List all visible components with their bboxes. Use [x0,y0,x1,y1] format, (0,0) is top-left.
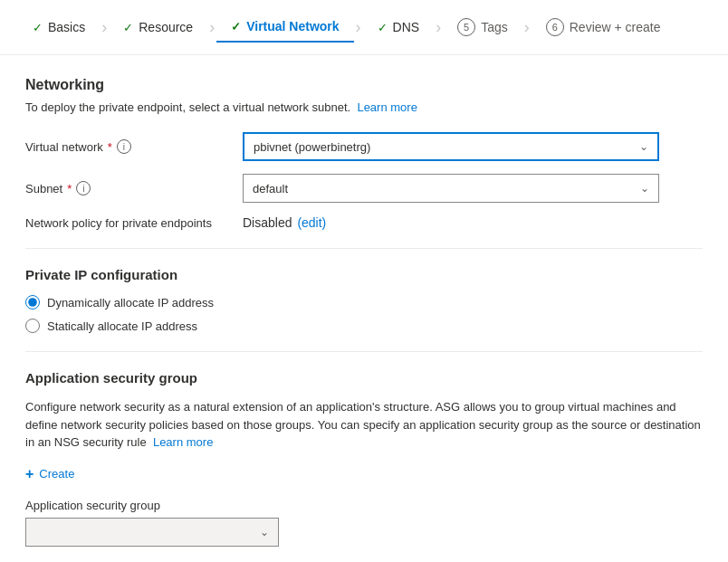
nav-divider-3: › [356,18,361,37]
nav-label-virtual-network: Virtual Network [246,19,339,33]
nav-divider-1: › [101,18,107,37]
section-title: Networking [25,77,703,93]
asg-field-label: Application security group [25,499,703,512]
nav-step-dns[interactable]: ✓ DNS [363,13,435,42]
subnet-label: Subnet * i [25,181,243,195]
virtual-network-arrow: ⌄ [639,140,648,153]
section-desc-text: To deploy the private endpoint, select a… [25,100,350,114]
nav-label-tags: Tags [481,20,508,34]
radio-static[interactable] [25,319,40,333]
plus-icon: + [25,466,34,482]
asg-title: Application security group [25,370,703,386]
network-policy-edit-link[interactable]: (edit) [297,215,326,230]
virtual-network-row: Virtual network * i pbivnet (powerbinetr… [25,132,703,161]
separator-1 [25,248,703,249]
network-policy-value: Disabled [243,215,292,230]
radio-row-dynamic: Dynamically allocate IP address [25,295,703,310]
subnet-arrow: ⌄ [640,182,649,195]
nav-label-review-create: Review + create [570,20,661,34]
nav-divider-4: › [436,18,441,37]
learn-more-link-asg[interactable]: Learn more [153,435,213,449]
subnet-value: default [253,182,288,195]
asg-dropdown[interactable]: ⌄ [25,518,279,547]
radio-row-static: Statically allocate IP address [25,319,703,333]
private-ip-title: Private IP configuration [25,267,703,282]
step-num-tags: 5 [457,18,475,36]
asg-section: Application security group Configure net… [25,370,703,547]
asg-desc-text: Configure network security as a natural … [25,400,701,449]
nav-step-basics[interactable]: ✓ Basics [18,13,100,42]
nav-step-review-create[interactable]: 6 Review + create [532,11,675,43]
learn-more-link-top[interactable]: Learn more [357,100,417,114]
wizard-nav: ✓ Basics › ✓ Resource › ✓ Virtual Networ… [0,0,728,55]
separator-2 [25,351,703,352]
nav-label-dns: DNS [393,20,420,34]
asg-dropdown-arrow: ⌄ [260,526,269,538]
create-asg-button[interactable]: + Create [25,466,74,482]
subnet-row: Subnet * i default ⌄ [25,174,703,203]
virtual-network-label: Virtual network * i [25,139,243,154]
nav-step-virtual-network[interactable]: ✓ Virtual Network [216,12,353,43]
nav-divider-5: › [524,18,530,37]
nav-divider-2: › [209,18,215,37]
network-policy-label: Network policy for private endpoints [25,216,243,230]
network-policy-value-container: Disabled (edit) [243,215,326,230]
nav-label-basics: Basics [48,20,85,34]
radio-dynamic[interactable] [25,295,40,310]
virtual-network-dropdown[interactable]: pbivnet (powerbinetrg) ⌄ [243,132,659,161]
check-icon-basics: ✓ [33,21,43,34]
asg-desc: Configure network security as a natural … [25,398,703,452]
required-star-subnet: * [67,182,72,195]
check-icon-vnet: ✓ [231,20,241,33]
step-num-review: 6 [546,18,564,36]
section-desc: To deploy the private endpoint, select a… [25,100,703,114]
main-content: Networking To deploy the private endpoin… [0,55,728,562]
private-ip-section: Private IP configuration Dynamically all… [25,267,703,333]
info-icon-vnet[interactable]: i [117,139,131,154]
radio-static-label[interactable]: Statically allocate IP address [47,319,197,333]
check-icon-resource: ✓ [123,21,133,34]
check-icon-dns: ✓ [378,21,388,34]
nav-step-resource[interactable]: ✓ Resource [109,13,207,42]
nav-label-resource: Resource [139,20,193,34]
radio-dynamic-label[interactable]: Dynamically allocate IP address [47,296,214,310]
required-star-vnet: * [108,140,112,154]
info-icon-subnet[interactable]: i [76,181,91,195]
create-asg-label: Create [39,467,74,481]
nav-step-tags[interactable]: 5 Tags [443,11,522,43]
network-policy-row: Network policy for private endpoints Dis… [25,215,703,230]
subnet-dropdown[interactable]: default ⌄ [243,174,659,203]
virtual-network-value: pbivnet (powerbinetrg) [254,140,370,154]
